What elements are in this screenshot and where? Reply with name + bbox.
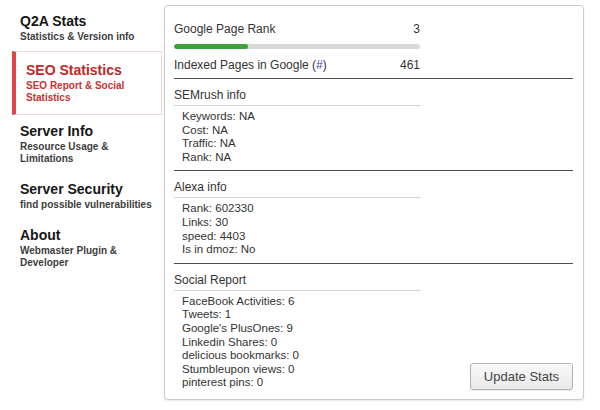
sidebar-item-title: Server Info xyxy=(20,123,158,139)
indexed-pages-label: Indexed Pages in Google (#) xyxy=(174,58,327,72)
pagerank-value: 3 xyxy=(413,22,420,36)
stat-line: Rank: NA xyxy=(174,151,573,165)
top-stats-table: Google Page Rank 3 Indexed Pages in Goog… xyxy=(174,22,420,72)
sidebar: Q2A Stats Statistics & Version info SEO … xyxy=(0,0,162,277)
stat-line: Links: 30 xyxy=(174,216,573,230)
indexed-pages-label-suffix: ) xyxy=(323,58,327,72)
stat-line: Google's PlusOnes: 9 xyxy=(174,322,573,336)
sidebar-item-title: Server Security xyxy=(20,181,158,197)
sidebar-item-subtitle: Statistics & Version info xyxy=(20,31,158,43)
sidebar-item-title: Q2A Stats xyxy=(20,13,158,29)
stat-line: speed: 4403 xyxy=(174,230,573,244)
sidebar-item-subtitle: find possible vulnerabilities xyxy=(20,199,158,211)
pagerank-progress-fill xyxy=(174,44,248,49)
stat-line: Rank: 602330 xyxy=(174,202,573,216)
section-semrush: SEMrush info Keywords: NA Cost: NA Traff… xyxy=(174,89,573,164)
section-title: SEMrush info xyxy=(174,89,573,102)
section-divider xyxy=(174,78,573,79)
stat-line: Tweets: 1 xyxy=(174,308,573,322)
title-underline xyxy=(174,290,420,291)
sidebar-item-subtitle: SEO Report & Social Statistics xyxy=(26,80,157,104)
stat-line: Is in dmoz: No xyxy=(174,243,573,257)
section-title: Alexa info xyxy=(174,181,573,194)
sidebar-item-subtitle: Webmaster Plugin & Developer xyxy=(20,245,158,269)
stat-line: Cost: NA xyxy=(174,124,573,138)
sidebar-item-title: About xyxy=(20,227,158,243)
indexed-pages-label-prefix: Indexed Pages in Google ( xyxy=(174,58,316,72)
indexed-pages-value: 461 xyxy=(400,58,420,72)
indexed-pages-link[interactable]: # xyxy=(316,58,323,72)
seo-statistics-panel: Google Page Rank 3 Indexed Pages in Goog… xyxy=(164,5,584,400)
pagerank-label: Google Page Rank xyxy=(174,22,275,36)
title-underline xyxy=(174,197,420,198)
stat-line: Traffic: NA xyxy=(174,137,573,151)
sidebar-item-title: SEO Statistics xyxy=(26,62,157,78)
sidebar-item-server-info[interactable]: Server Info Resource Usage & Limitations xyxy=(0,115,162,173)
stat-line: Linkedin Shares: 0 xyxy=(174,336,573,350)
pagerank-progress-bar xyxy=(174,44,420,49)
sidebar-item-server-security[interactable]: Server Security find possible vulnerabil… xyxy=(0,173,162,219)
sidebar-item-subtitle: Resource Usage & Limitations xyxy=(20,141,158,165)
pagerank-row: Google Page Rank 3 xyxy=(174,22,420,36)
stat-line: FaceBook Activities: 6 xyxy=(174,295,573,309)
title-underline xyxy=(174,105,420,106)
sidebar-item-about[interactable]: About Webmaster Plugin & Developer xyxy=(0,219,162,277)
sidebar-item-seo-statistics[interactable]: SEO Statistics SEO Report & Social Stati… xyxy=(12,51,162,115)
sidebar-item-q2a-stats[interactable]: Q2A Stats Statistics & Version info xyxy=(0,5,162,51)
indexed-pages-row: Indexed Pages in Google (#) 461 xyxy=(174,58,420,72)
update-stats-button[interactable]: Update Stats xyxy=(470,363,573,390)
stat-line: Keywords: NA xyxy=(174,110,573,124)
section-divider xyxy=(174,170,573,171)
section-title: Social Report xyxy=(174,274,573,287)
section-alexa: Alexa info Rank: 602330 Links: 30 speed:… xyxy=(174,181,573,256)
stat-line: delicious bookmarks: 0 xyxy=(174,349,573,363)
section-divider xyxy=(174,263,573,264)
